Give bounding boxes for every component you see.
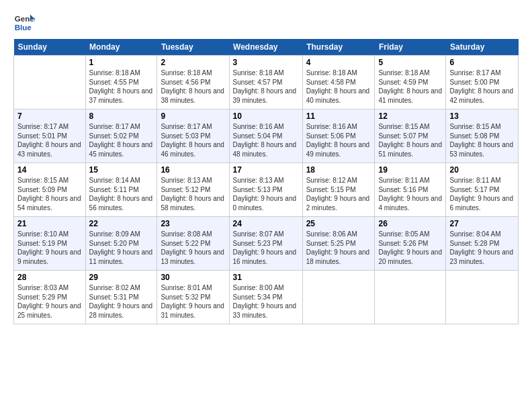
date-number: 2 [161,58,225,67]
calendar-cell: 21Sunrise: 8:10 AMSunset: 5:19 PMDayligh… [14,217,86,271]
day-header-wednesday: Wednesday [229,39,302,56]
calendar-cell: 12Sunrise: 8:15 AMSunset: 5:07 PMDayligh… [375,109,446,163]
cell-info: Sunrise: 8:17 AMSunset: 5:01 PMDaylight:… [17,122,82,158]
header-row: SundayMondayTuesdayWednesdayThursdayFrid… [14,39,519,56]
date-number: 5 [378,58,442,67]
date-number: 21 [17,219,82,228]
calendar-cell: 7Sunrise: 8:17 AMSunset: 5:01 PMDaylight… [14,109,86,163]
date-number: 12 [378,111,442,121]
cell-info: Sunrise: 8:16 AMSunset: 5:04 PMDaylight:… [233,122,299,158]
calendar-cell: 5Sunrise: 8:18 AMSunset: 4:59 PMDaylight… [375,56,446,109]
cell-info: Sunrise: 8:11 AMSunset: 5:16 PMDaylight:… [378,176,442,212]
date-number: 4 [306,58,371,67]
cell-info: Sunrise: 8:17 AMSunset: 5:00 PMDaylight:… [449,68,515,105]
calendar-cell: 11Sunrise: 8:16 AMSunset: 5:06 PMDayligh… [302,109,375,163]
cell-info: Sunrise: 8:18 AMSunset: 4:57 PMDaylight:… [233,68,299,105]
date-number: 9 [161,111,225,121]
calendar-cell: 31Sunrise: 8:00 AMSunset: 5:34 PMDayligh… [229,271,302,324]
calendar-cell: 14Sunrise: 8:15 AMSunset: 5:09 PMDayligh… [14,163,86,217]
week-row-5: 28Sunrise: 8:03 AMSunset: 5:29 PMDayligh… [14,271,519,324]
cell-info: Sunrise: 8:04 AMSunset: 5:28 PMDaylight:… [449,230,515,266]
cell-info: Sunrise: 8:15 AMSunset: 5:07 PMDaylight:… [378,122,442,158]
calendar-cell: 28Sunrise: 8:03 AMSunset: 5:29 PMDayligh… [14,271,86,324]
calendar-cell: 8Sunrise: 8:17 AMSunset: 5:02 PMDaylight… [85,109,157,163]
day-header-friday: Friday [375,39,446,56]
calendar-cell: 23Sunrise: 8:08 AMSunset: 5:22 PMDayligh… [157,217,229,271]
day-header-thursday: Thursday [302,39,375,56]
calendar-cell [14,56,86,109]
date-number: 24 [233,219,299,228]
cell-info: Sunrise: 8:07 AMSunset: 5:23 PMDaylight:… [233,230,299,266]
date-number: 6 [449,58,515,67]
cell-info: Sunrise: 8:03 AMSunset: 5:29 PMDaylight:… [17,283,82,320]
calendar-cell: 16Sunrise: 8:13 AMSunset: 5:12 PMDayligh… [157,163,229,217]
date-number: 30 [161,273,225,282]
week-row-3: 14Sunrise: 8:15 AMSunset: 5:09 PMDayligh… [14,163,519,217]
calendar-cell: 27Sunrise: 8:04 AMSunset: 5:28 PMDayligh… [446,217,519,271]
week-row-4: 21Sunrise: 8:10 AMSunset: 5:19 PMDayligh… [14,217,519,271]
calendar-cell: 9Sunrise: 8:17 AMSunset: 5:03 PMDaylight… [157,109,229,163]
date-number: 10 [233,111,299,121]
day-header-tuesday: Tuesday [157,39,229,56]
calendar-cell: 10Sunrise: 8:16 AMSunset: 5:04 PMDayligh… [229,109,302,163]
logo: General Blue [13,12,35,34]
cell-info: Sunrise: 8:14 AMSunset: 5:11 PMDaylight:… [89,176,154,212]
cell-info: Sunrise: 8:09 AMSunset: 5:20 PMDaylight:… [89,230,154,266]
date-number: 11 [306,111,371,121]
calendar-cell [375,271,446,324]
date-number: 1 [89,58,154,67]
calendar-cell [446,271,519,324]
date-number: 18 [306,165,371,175]
calendar-cell: 19Sunrise: 8:11 AMSunset: 5:16 PMDayligh… [375,163,446,217]
date-number: 17 [233,165,299,175]
date-number: 26 [378,219,442,228]
calendar-cell: 24Sunrise: 8:07 AMSunset: 5:23 PMDayligh… [229,217,302,271]
week-row-2: 7Sunrise: 8:17 AMSunset: 5:01 PMDaylight… [14,109,519,163]
cell-info: Sunrise: 8:10 AMSunset: 5:19 PMDaylight:… [17,230,82,266]
cell-info: Sunrise: 8:00 AMSunset: 5:34 PMDaylight:… [233,283,299,320]
cell-info: Sunrise: 8:18 AMSunset: 4:56 PMDaylight:… [161,68,225,105]
date-number: 13 [449,111,515,121]
cell-info: Sunrise: 8:12 AMSunset: 5:15 PMDaylight:… [306,176,371,212]
calendar-cell: 22Sunrise: 8:09 AMSunset: 5:20 PMDayligh… [85,217,157,271]
calendar-cell: 29Sunrise: 8:02 AMSunset: 5:31 PMDayligh… [85,271,157,324]
cell-info: Sunrise: 8:17 AMSunset: 5:02 PMDaylight:… [89,122,154,158]
calendar-cell: 4Sunrise: 8:18 AMSunset: 4:58 PMDaylight… [302,56,375,109]
date-number: 16 [161,165,225,175]
calendar-cell: 15Sunrise: 8:14 AMSunset: 5:11 PMDayligh… [85,163,157,217]
calendar-cell: 18Sunrise: 8:12 AMSunset: 5:15 PMDayligh… [302,163,375,217]
date-number: 14 [17,165,82,175]
calendar-table: SundayMondayTuesdayWednesdayThursdayFrid… [13,39,519,324]
cell-info: Sunrise: 8:01 AMSunset: 5:32 PMDaylight:… [161,283,225,320]
calendar-cell: 25Sunrise: 8:06 AMSunset: 5:25 PMDayligh… [302,217,375,271]
calendar-cell: 2Sunrise: 8:18 AMSunset: 4:56 PMDaylight… [157,56,229,109]
date-number: 22 [89,219,154,228]
week-row-1: 1Sunrise: 8:18 AMSunset: 4:55 PMDaylight… [14,56,519,109]
page: General Blue SundayMondayTuesdayWednesda… [0,0,532,411]
cell-info: Sunrise: 8:11 AMSunset: 5:17 PMDaylight:… [449,176,515,212]
date-number: 28 [17,273,82,282]
logo-icon: General Blue [13,12,35,34]
calendar-cell: 6Sunrise: 8:17 AMSunset: 5:00 PMDaylight… [446,56,519,109]
cell-info: Sunrise: 8:13 AMSunset: 5:12 PMDaylight:… [161,176,225,212]
date-number: 31 [233,273,299,282]
calendar-cell: 3Sunrise: 8:18 AMSunset: 4:57 PMDaylight… [229,56,302,109]
calendar-cell: 26Sunrise: 8:05 AMSunset: 5:26 PMDayligh… [375,217,446,271]
cell-info: Sunrise: 8:08 AMSunset: 5:22 PMDaylight:… [161,230,225,266]
calendar-cell: 1Sunrise: 8:18 AMSunset: 4:55 PMDaylight… [85,56,157,109]
date-number: 19 [378,165,442,175]
date-number: 3 [233,58,299,67]
calendar-cell [302,271,375,324]
date-number: 15 [89,165,154,175]
cell-info: Sunrise: 8:13 AMSunset: 5:13 PMDaylight:… [233,176,299,212]
calendar-cell: 13Sunrise: 8:15 AMSunset: 5:08 PMDayligh… [446,109,519,163]
date-number: 29 [89,273,154,282]
cell-info: Sunrise: 8:18 AMSunset: 4:59 PMDaylight:… [378,68,442,105]
cell-info: Sunrise: 8:16 AMSunset: 5:06 PMDaylight:… [306,122,371,158]
cell-info: Sunrise: 8:15 AMSunset: 5:09 PMDaylight:… [17,176,82,212]
day-header-monday: Monday [85,39,157,56]
date-number: 23 [161,219,225,228]
cell-info: Sunrise: 8:17 AMSunset: 5:03 PMDaylight:… [161,122,225,158]
date-number: 20 [449,165,515,175]
cell-info: Sunrise: 8:02 AMSunset: 5:31 PMDaylight:… [89,283,154,320]
